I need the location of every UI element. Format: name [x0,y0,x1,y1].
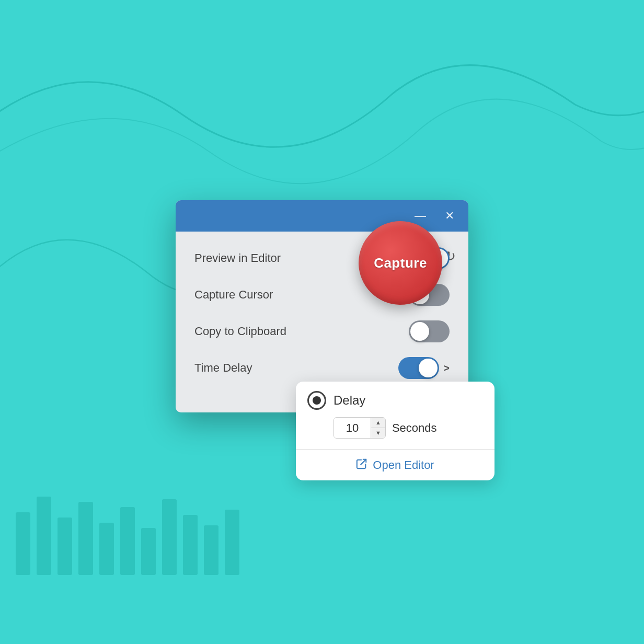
svg-rect-4 [99,523,114,575]
svg-rect-10 [225,510,239,575]
delay-number-box: ▲ ▼ [334,417,386,439]
delay-radio-inner [313,396,321,405]
svg-rect-7 [162,499,177,575]
delay-popover: Delay ▲ ▼ Seconds [296,382,494,480]
delay-toggle-knob [419,359,438,377]
dialog-body: Capture ↺ Preview in Editor Capture Curs… [176,232,468,412]
clipboard-label: Copy to Clipboard [194,325,409,338]
stepper-up-button[interactable]: ▲ [371,418,385,428]
delay-option-label: Delay [334,393,365,408]
svg-rect-0 [16,512,30,575]
open-editor-icon [356,458,367,472]
delay-input-row: ▲ ▼ Seconds [307,417,483,439]
svg-rect-5 [120,507,135,575]
setting-row-delay: Time Delay > [194,357,450,379]
title-bar: — ✕ [176,200,468,232]
delay-option-row: Delay [307,391,483,410]
stepper-down-button[interactable]: ▼ [371,428,385,438]
clipboard-toggle-knob [410,322,429,341]
dialog-window: — ✕ Capture ↺ Preview in Editor Capture … [176,200,468,412]
capture-button[interactable]: Capture [359,221,442,305]
open-editor-label: Open Editor [373,458,434,472]
open-editor-row[interactable]: Open Editor [296,450,494,480]
svg-rect-8 [183,515,198,575]
setting-row-clipboard: Copy to Clipboard [194,320,450,342]
delay-number-input[interactable] [334,418,371,438]
minimize-button[interactable]: — [412,208,429,224]
delay-chevron: > [443,362,450,374]
svg-rect-2 [58,518,72,575]
popover-delay-section: Delay ▲ ▼ Seconds [296,382,494,449]
clipboard-toggle[interactable] [409,320,450,342]
seconds-label: Seconds [392,421,437,435]
delay-radio-button[interactable] [307,391,326,410]
delay-stepper: ▲ ▼ [371,418,385,438]
close-button[interactable]: ✕ [441,208,458,224]
delay-label: Time Delay [194,361,398,375]
svg-rect-9 [204,525,218,575]
svg-rect-1 [37,497,51,575]
delay-toggle[interactable] [398,357,439,379]
svg-rect-3 [78,502,93,575]
capture-button-label: Capture [374,255,427,271]
svg-rect-6 [141,528,156,575]
